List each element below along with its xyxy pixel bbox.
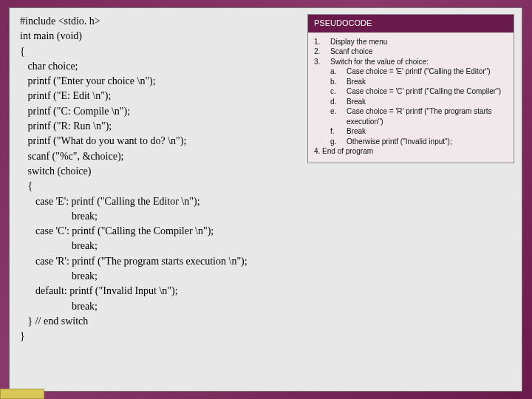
pseudocode-box: PSEUDOCODE 1. Display the menu 2. Scanf … [307, 14, 514, 163]
code-line: default: printf ("Invalid Input \n"); [20, 284, 511, 299]
pseudo-subitem: g. Otherwise printf ("Invalid input"); [314, 137, 508, 147]
pseudo-sub-text: Break [347, 126, 508, 137]
pseudo-subitem: f. Break [314, 126, 508, 137]
pseudo-num: 1. [314, 37, 330, 47]
pseudo-num: 3. [314, 57, 330, 67]
pseudo-sub-text: Otherwise printf ("Invalid input"); [347, 137, 508, 147]
code-panel: #include <stdio. h> int main (void) { ch… [9, 7, 522, 392]
pseudo-sub-text: Case choice = 'C' printf ("Calling the C… [347, 86, 508, 97]
pseudo-sub-letter: a. [330, 66, 347, 77]
pseudo-text: Switch for the value of choice: [330, 57, 508, 67]
code-line: case 'C': printf ("Calling the Compiler … [20, 224, 511, 239]
pseudo-sub-text: Case choice = 'E' printf ("Calling the E… [347, 66, 508, 77]
pseudo-sub-text: Break [347, 97, 508, 107]
pseudo-subitem: c. Case choice = 'C' printf ("Calling th… [314, 86, 508, 97]
pseudocode-body: 1. Display the menu 2. Scanf choice 3. S… [308, 33, 514, 163]
code-line: } [20, 329, 511, 344]
code-line: switch (choice) [20, 164, 511, 179]
pseudo-item: 3. Switch for the value of choice: [314, 57, 508, 67]
pseudo-subitem: b. Break [314, 77, 508, 87]
pseudo-final: 4. End of program [314, 146, 508, 157]
pseudo-sub-text: Case choice = 'R' printf ("The program s… [347, 106, 508, 126]
pseudo-item: 2. Scanf choice [314, 47, 508, 57]
code-line: break; [20, 209, 511, 224]
accent-bar [0, 389, 44, 399]
pseudocode-header: PSEUDOCODE [308, 15, 514, 33]
pseudo-sub-letter: f. [330, 126, 347, 137]
pseudo-subitem: d. Break [314, 97, 508, 107]
pseudo-sub-letter: c. [330, 86, 347, 97]
code-line: break; [20, 239, 511, 253]
pseudo-sub-text: Break [347, 77, 508, 87]
pseudo-item: 1. Display the menu [314, 37, 508, 47]
code-line: break; [20, 269, 511, 284]
pseudo-subitem: e. Case choice = 'R' printf ("The progra… [314, 106, 508, 126]
code-line: case 'E': printf ("Calling the Editor \n… [20, 194, 511, 209]
pseudo-subitem: a. Case choice = 'E' printf ("Calling th… [314, 66, 508, 77]
pseudo-num: 2. [314, 47, 330, 57]
pseudo-sub-letter: g. [330, 137, 347, 147]
code-line: { [20, 179, 511, 194]
code-line: } // end switch [20, 314, 511, 329]
pseudo-sub-letter: b. [330, 77, 347, 87]
pseudo-sub-letter: d. [330, 97, 347, 107]
code-line: break; [20, 299, 511, 314]
code-line: case 'R': printf ("The program starts ex… [20, 254, 511, 269]
pseudo-text: Scanf choice [330, 47, 508, 57]
pseudo-text: Display the menu [330, 37, 508, 47]
pseudo-sub-letter: e. [330, 106, 347, 126]
